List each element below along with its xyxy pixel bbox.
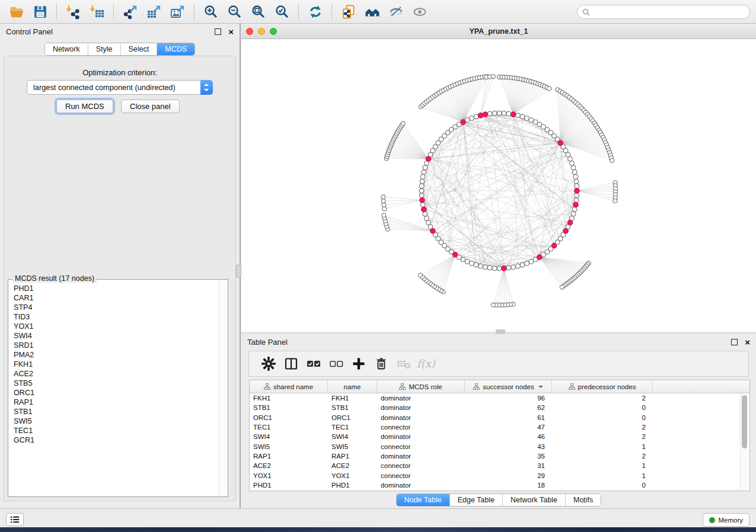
float-table-panel-icon[interactable] — [731, 339, 738, 345]
vertical-splitter-handle[interactable] — [236, 265, 241, 278]
mcds-result-item[interactable]: STB5 — [14, 379, 219, 388]
export-image-button[interactable] — [167, 2, 189, 22]
open-file-button[interactable] — [6, 2, 27, 22]
criterion-dropdown[interactable]: largest connected component (undirected) — [27, 80, 213, 95]
table-scrollbar-thumb[interactable] — [742, 395, 747, 448]
network-titlebar[interactable]: YPA_prune.txt_1 — [241, 24, 756, 39]
cell-successor-nodes: 47 — [465, 424, 552, 431]
cell-successor-nodes: 18 — [465, 482, 552, 489]
tab-mcds[interactable]: MCDS — [157, 43, 194, 55]
zoom-fit-button[interactable] — [248, 2, 269, 22]
cell-successor-nodes: 35 — [465, 453, 552, 460]
trash-button[interactable] — [371, 354, 391, 374]
cell-MCDS-role: dominator — [377, 453, 465, 460]
cell-predecessor-nodes: 2 — [552, 395, 653, 402]
table-columns-button[interactable] — [281, 354, 301, 374]
mcds-result-item[interactable]: STB1 — [14, 407, 219, 416]
run-mcds-button[interactable]: Run MCDS — [56, 100, 113, 113]
tab-motifs[interactable]: Motifs — [565, 494, 601, 506]
close-table-panel-icon[interactable] — [745, 339, 750, 345]
clone-network-button[interactable] — [338, 2, 359, 22]
double-house-icon — [365, 4, 380, 20]
cell-name: ACE2 — [328, 462, 377, 469]
import-network-button[interactable] — [63, 2, 84, 22]
tab-network[interactable]: Network — [45, 43, 88, 55]
tab-node-table[interactable]: Node Table — [397, 494, 449, 506]
tab-style[interactable]: Style — [88, 43, 120, 55]
column-label: name — [344, 383, 361, 390]
table-row[interactable]: PHD1PHD1dominator180 — [250, 480, 749, 490]
mcds-result-item[interactable]: YOX1 — [14, 322, 219, 331]
cell-successor-nodes: 43 — [465, 443, 552, 450]
mcds-list-scrollbar[interactable] — [219, 280, 227, 496]
tab-edge-table[interactable]: Edge Table — [449, 494, 502, 506]
mcds-result-item[interactable]: TEC1 — [14, 426, 219, 435]
mcds-result-item[interactable]: GCR1 — [14, 435, 219, 445]
export-network-button[interactable] — [120, 2, 141, 22]
eye-slash-button[interactable] — [385, 2, 407, 22]
mcds-result-item[interactable]: SRD1 — [14, 341, 219, 350]
table-row[interactable]: FKH1FKH1dominator962 — [250, 393, 749, 403]
checked-boxes-button[interactable] — [304, 354, 324, 374]
mcds-result-item[interactable]: SWI4 — [14, 331, 219, 341]
mcds-result-item[interactable]: RAP1 — [14, 398, 219, 407]
zoom-out-button[interactable] — [224, 2, 245, 22]
mcds-result-item[interactable]: SWI5 — [14, 416, 219, 426]
search-field[interactable] — [577, 5, 750, 19]
table-row[interactable]: RAP1RAP1dominator352 — [250, 451, 749, 461]
refresh-button[interactable] — [305, 2, 326, 22]
float-panel-icon[interactable] — [215, 28, 221, 35]
mcds-result-item[interactable]: PMA2 — [14, 350, 219, 360]
memory-button[interactable]: Memory — [703, 513, 749, 527]
mcds-result-item[interactable]: STP4 — [14, 303, 219, 312]
table-row[interactable]: SWI4SWI4dominator462 — [250, 432, 749, 441]
open-file-icon — [9, 4, 24, 20]
mcds-result-item[interactable]: FKH1 — [14, 360, 219, 369]
search-input[interactable] — [590, 6, 749, 18]
mcds-result-item[interactable]: CAR1 — [14, 293, 219, 303]
mcds-result-item[interactable]: PHD1 — [14, 284, 219, 293]
tab-network-table[interactable]: Network Table — [502, 494, 565, 506]
mcds-result-box: PHD1CAR1STP4TID3YOX1SWI4SRD1PMA2FKH1ACE2… — [8, 279, 228, 497]
tab-select[interactable]: Select — [120, 43, 157, 55]
zoom-in-button[interactable] — [200, 2, 222, 22]
criterion-label: Optimization criterion: — [4, 68, 235, 77]
save-session-button[interactable] — [30, 2, 51, 22]
mcds-result-item[interactable]: TID3 — [14, 312, 219, 322]
control-panel-tabs: NetworkStyleSelectMCDS — [0, 43, 240, 56]
import-table-button[interactable] — [87, 2, 108, 22]
table-scrollbar[interactable] — [740, 393, 749, 490]
zoom-selected-icon — [275, 4, 290, 20]
eye-button[interactable] — [409, 2, 430, 22]
network-canvas[interactable] — [241, 39, 756, 332]
mcds-result-item[interactable]: ACE2 — [14, 369, 219, 379]
column-header-name[interactable]: name — [328, 380, 377, 393]
table-row[interactable]: ORC1ORC1dominator610 — [250, 413, 749, 422]
unchecked-boxes-button[interactable] — [326, 354, 346, 374]
memory-status-icon — [709, 517, 715, 523]
double-house-button[interactable] — [362, 2, 383, 22]
table-row[interactable]: YOX1YOX1connector291 — [250, 470, 749, 480]
column-header-shared-name[interactable]: shared name — [250, 380, 328, 393]
close-panel-icon[interactable] — [228, 29, 234, 34]
cell-MCDS-role: connector — [377, 424, 465, 431]
table-header-row: shared namenameMCDS rolesuccessor nodesp… — [250, 380, 749, 393]
close-panel-button[interactable]: Close panel — [121, 100, 180, 113]
zoom-selected-button[interactable] — [272, 2, 293, 22]
table-row[interactable]: SWI5SWI5connector431 — [250, 441, 749, 451]
column-header-predecessor-nodes[interactable]: predecessor nodes — [552, 380, 653, 393]
table-row[interactable]: STB1STB1dominator620 — [250, 403, 749, 412]
table-row[interactable]: ACE2ACE2connector311 — [250, 461, 749, 470]
cell-predecessor-nodes: 0 — [552, 414, 653, 421]
export-table-button[interactable] — [143, 2, 165, 22]
mcds-result-item[interactable]: ORC1 — [14, 388, 219, 398]
horizontal-splitter-handle[interactable] — [496, 329, 505, 334]
gear-button[interactable] — [259, 354, 279, 374]
table-row[interactable]: TEC1TEC1connector472 — [250, 422, 749, 432]
cell-successor-nodes: 96 — [465, 395, 552, 402]
column-header-successor-nodes[interactable]: successor nodes — [465, 380, 552, 393]
plus-button[interactable] — [349, 354, 369, 374]
column-header-MCDS-role[interactable]: MCDS role — [377, 380, 465, 393]
checked-boxes-icon — [306, 356, 321, 371]
task-history-button[interactable] — [6, 513, 24, 526]
